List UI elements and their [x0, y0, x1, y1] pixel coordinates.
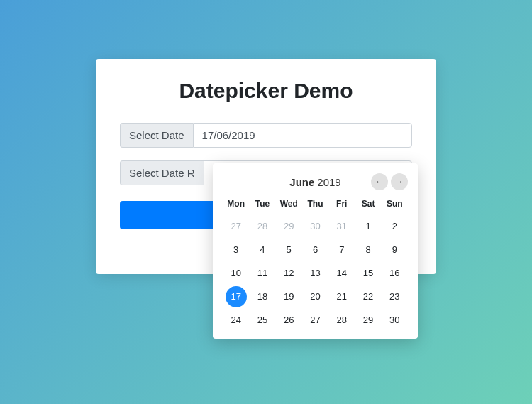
- calendar-day[interactable]: 20: [302, 285, 328, 308]
- datepicker-weekdays: MonTueWedThuFriSatSun: [223, 196, 408, 212]
- calendar-day[interactable]: 3: [223, 238, 249, 261]
- datepicker-nav: ← →: [371, 173, 408, 190]
- calendar-day[interactable]: 29: [355, 308, 381, 332]
- calendar-day[interactable]: 28: [328, 308, 355, 332]
- calendar-day[interactable]: 30: [302, 214, 328, 238]
- calendar-day[interactable]: 14: [328, 261, 355, 285]
- datepicker-popup: June2019 ← → MonTueWedThuFriSatSun 27282…: [213, 163, 418, 339]
- calendar-day[interactable]: 1: [355, 214, 381, 238]
- calendar-day[interactable]: 13: [302, 261, 328, 285]
- weekday-label: Thu: [302, 196, 328, 212]
- weekday-label: Mon: [223, 196, 249, 212]
- datepicker-year: 2019: [317, 176, 340, 188]
- calendar-day[interactable]: 5: [276, 238, 302, 261]
- datepicker-days: 2728293031123456789101112131415161718192…: [223, 214, 408, 332]
- weekday-label: Sun: [382, 196, 408, 212]
- arrow-right-icon: →: [395, 177, 404, 187]
- datepicker-header: June2019 ← →: [223, 173, 408, 190]
- prev-month-button[interactable]: ←: [371, 173, 388, 190]
- arrow-left-icon: ←: [375, 177, 384, 187]
- datepicker-title[interactable]: June2019: [223, 176, 371, 188]
- calendar-day[interactable]: 21: [328, 285, 355, 308]
- calendar-day[interactable]: 2: [382, 214, 408, 238]
- next-month-button[interactable]: →: [391, 173, 408, 190]
- calendar-day[interactable]: 31: [328, 214, 355, 238]
- calendar-day[interactable]: 16: [382, 261, 408, 285]
- calendar-day[interactable]: 7: [328, 238, 355, 261]
- calendar-day[interactable]: 15: [355, 261, 381, 285]
- calendar-day[interactable]: 10: [223, 261, 249, 285]
- calendar-day[interactable]: 27: [223, 214, 249, 238]
- calendar-day[interactable]: 22: [355, 285, 381, 308]
- datepicker-month: June: [289, 176, 314, 188]
- weekday-label: Wed: [276, 196, 302, 212]
- calendar-day[interactable]: 6: [302, 238, 328, 261]
- calendar-day[interactable]: 9: [382, 238, 408, 261]
- weekday-label: Tue: [249, 196, 275, 212]
- calendar-day[interactable]: 29: [276, 214, 302, 238]
- page-title: Datepicker Demo: [120, 79, 412, 103]
- calendar-day[interactable]: 18: [249, 285, 275, 308]
- weekday-label: Sat: [355, 196, 381, 212]
- weekday-label: Fri: [328, 196, 355, 212]
- calendar-day[interactable]: 30: [382, 308, 408, 332]
- date-input-group: Select Date: [120, 123, 412, 148]
- calendar-day[interactable]: 11: [249, 261, 275, 285]
- date-input[interactable]: [193, 123, 412, 148]
- calendar-day[interactable]: 8: [355, 238, 381, 261]
- calendar-day[interactable]: 4: [249, 238, 275, 261]
- calendar-day[interactable]: 23: [382, 285, 408, 308]
- range-label: Select Date R: [120, 160, 204, 185]
- calendar-day[interactable]: 27: [302, 308, 328, 332]
- calendar-day[interactable]: 25: [249, 308, 275, 332]
- calendar-day[interactable]: 17: [223, 285, 249, 308]
- calendar-day[interactable]: 12: [276, 261, 302, 285]
- calendar-day[interactable]: 19: [276, 285, 302, 308]
- date-label: Select Date: [120, 123, 193, 148]
- calendar-day[interactable]: 24: [223, 308, 249, 332]
- calendar-day[interactable]: 26: [276, 308, 302, 332]
- calendar-day[interactable]: 28: [249, 214, 275, 238]
